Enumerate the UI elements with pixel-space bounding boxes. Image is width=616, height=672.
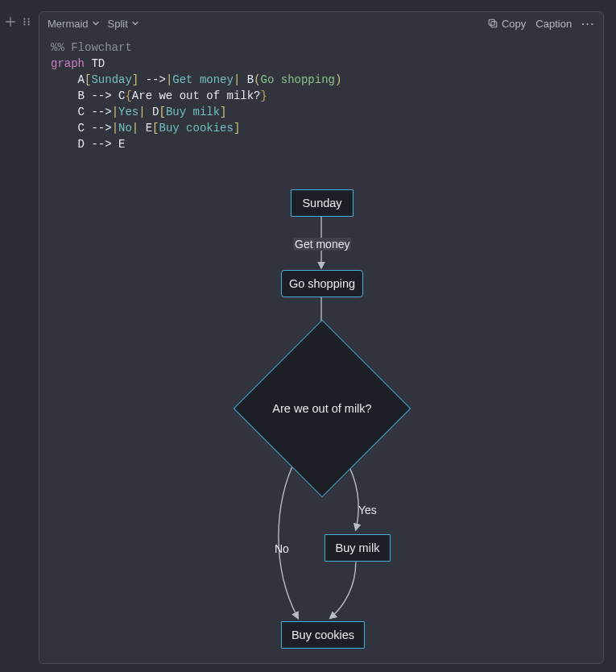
code-editor[interactable]: %% Flowchart graph TD A[Sunday] -->|Get … <box>39 35 603 160</box>
svg-point-3 <box>27 21 29 23</box>
code-token: B <box>78 89 85 102</box>
code-token: --> <box>91 89 111 102</box>
code-token: | <box>112 106 118 118</box>
edge-label-no: No <box>273 542 291 555</box>
svg-point-2 <box>23 21 25 23</box>
code-token: --> <box>91 138 111 151</box>
code-token: TD <box>91 57 105 70</box>
svg-point-4 <box>23 23 25 25</box>
code-token: --> <box>91 122 111 135</box>
node-decision[interactable] <box>234 320 411 498</box>
code-token: B <box>247 73 254 86</box>
node-buy-cookies[interactable]: Buy cookies <box>281 621 365 649</box>
code-token: --> <box>91 106 111 118</box>
node-label: Buy cookies <box>291 628 354 641</box>
edge-label-yes: Yes <box>357 504 378 516</box>
layout-dropdown[interactable]: Split <box>108 18 139 30</box>
svg-rect-7 <box>489 19 494 25</box>
code-token: ] <box>132 73 138 86</box>
code-token: Are we out of milk? <box>132 89 261 102</box>
copy-label: Copy <box>502 18 526 30</box>
code-token: Yes <box>118 106 138 118</box>
code-token: ) <box>335 73 341 86</box>
node-sunday[interactable]: Sunday <box>291 189 353 217</box>
code-token: A <box>78 73 85 86</box>
chevron-down-icon <box>131 19 139 27</box>
edge-label-getmoney: Get money <box>293 238 351 251</box>
more-menu-button[interactable]: ··· <box>581 18 595 30</box>
block-toolbar: Mermaid Split Copy Caption ··· <box>39 12 603 35</box>
code-token: Buy milk <box>166 106 220 118</box>
code-token: | <box>112 122 118 135</box>
caption-button[interactable]: Caption <box>535 18 572 30</box>
code-token: No <box>118 122 132 135</box>
chevron-down-icon <box>92 19 100 27</box>
code-token: Go shopping <box>261 73 335 86</box>
code-token: Get money <box>172 73 234 86</box>
node-label: Go shopping <box>289 277 355 290</box>
node-label: Buy milk <box>336 541 380 554</box>
drag-handle-icon[interactable] <box>21 16 32 27</box>
code-token: C <box>78 122 85 135</box>
mode-dropdown[interactable]: Mermaid <box>48 18 100 30</box>
code-token: ] <box>220 106 226 118</box>
diagram-preview[interactable]: Sunday Get money Go shopping Are we out … <box>39 160 603 657</box>
code-token: C <box>78 106 85 118</box>
code-token: ( <box>254 73 260 86</box>
svg-point-1 <box>27 18 29 19</box>
node-label: Sunday <box>302 197 341 209</box>
code-token: | <box>138 106 145 118</box>
code-token: graph <box>51 57 85 70</box>
node-go-shopping[interactable]: Go shopping <box>281 270 363 297</box>
svg-point-5 <box>27 23 29 25</box>
code-token: [ <box>159 106 165 118</box>
code-token: Sunday <box>91 73 131 86</box>
svg-rect-6 <box>491 22 497 27</box>
code-token: | <box>132 122 138 135</box>
copy-icon <box>487 18 498 29</box>
code-token: E <box>146 122 152 135</box>
code-token: %% Flowchart <box>51 41 132 54</box>
code-token: D <box>78 138 85 151</box>
code-token: { <box>125 89 131 102</box>
code-token: } <box>261 89 267 102</box>
code-token: | <box>234 73 240 86</box>
svg-point-0 <box>23 18 25 19</box>
code-token: E <box>118 138 125 151</box>
code-token: --> <box>146 73 166 86</box>
caption-label: Caption <box>535 18 572 30</box>
mode-label: Mermaid <box>48 18 89 30</box>
node-buy-milk[interactable]: Buy milk <box>325 534 391 562</box>
code-token: ] <box>234 122 240 135</box>
add-block-icon[interactable] <box>5 16 16 27</box>
code-token: Buy cookies <box>159 122 233 135</box>
layout-label: Split <box>108 18 128 30</box>
mermaid-block: Mermaid Split Copy Caption ··· %% Flowch… <box>39 11 604 664</box>
copy-button[interactable]: Copy <box>487 18 526 30</box>
